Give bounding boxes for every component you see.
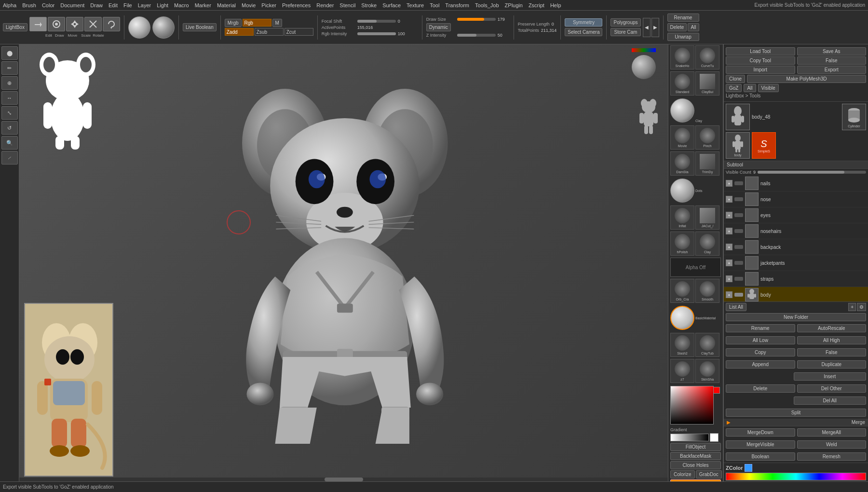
canvas-area[interactable] — [19, 44, 668, 481]
subtool-nails-slider[interactable] — [734, 181, 743, 185]
rotate-button[interactable] — [103, 17, 120, 31]
brush-trimdy[interactable]: TrimDy — [695, 151, 719, 176]
draw-button[interactable] — [48, 17, 65, 31]
subtool-body-toggle[interactable]: ● — [726, 291, 732, 298]
subtool-eyes-slider[interactable] — [734, 213, 743, 217]
left-tool-3[interactable]: ⊕ — [1, 76, 18, 90]
menu-light[interactable]: Light — [157, 2, 168, 8]
z-intensity-slider[interactable] — [457, 34, 496, 37]
subtool-nose-toggle[interactable]: ● — [726, 196, 732, 203]
brush-curvetub[interactable]: CurveTu — [695, 45, 719, 69]
menu-render[interactable]: Render — [316, 2, 334, 8]
colorize-button[interactable]: Colorize — [670, 470, 695, 478]
brush-z7[interactable]: z7 — [670, 359, 694, 383]
append-button[interactable]: Append — [726, 360, 795, 369]
menu-zplugin[interactable]: ZPlugin — [505, 2, 523, 8]
list-all-button[interactable]: List All — [726, 303, 746, 311]
body-icon-thumb[interactable]: body — [726, 132, 750, 159]
menu-alpha[interactable]: Alpha — [3, 2, 16, 8]
subtool-jacketpants-slider[interactable] — [734, 261, 743, 265]
left-tool-2[interactable]: ✏ — [1, 61, 18, 75]
zsub-input[interactable] — [255, 28, 284, 36]
del-all-button[interactable]: Del All — [794, 396, 867, 405]
brush-jacut[interactable]: JACut_/ — [695, 205, 719, 230]
subtool-header[interactable]: Subtool — [724, 161, 868, 169]
menu-stencil[interactable]: Stencil — [339, 2, 355, 8]
rgb-intensity-slider[interactable] — [357, 32, 396, 35]
subtool-nails[interactable]: ● nails — [724, 176, 868, 191]
subtool-nosehairs[interactable]: ● nosehairs — [724, 223, 868, 239]
menu-document[interactable]: Document — [60, 2, 84, 8]
subtool-jacketpants[interactable]: ● jacketpants — [724, 255, 868, 271]
subtool-nails-toggle[interactable]: ● — [726, 180, 732, 187]
load-tool-button[interactable]: Load Tool — [726, 47, 795, 55]
brush-clay2[interactable]: Clay — [695, 232, 719, 256]
subtool-nose-slider[interactable] — [734, 197, 743, 201]
brush-smooth[interactable]: Smooth — [695, 279, 719, 303]
subtool-straps-slider[interactable] — [734, 277, 743, 281]
zadd-input[interactable] — [225, 28, 254, 36]
left-tool-8[interactable]: ⟋ — [1, 151, 18, 164]
simples-icon-thumb[interactable]: S SimpleS — [752, 132, 776, 159]
subtool-nose[interactable]: ● nose — [724, 191, 868, 207]
toolbar-all-button[interactable]: All — [688, 23, 699, 31]
menu-tools-job[interactable]: Tools_Job — [475, 2, 499, 8]
gradient-bar[interactable] — [670, 434, 709, 441]
left-tool-6[interactable]: ↺ — [1, 121, 18, 135]
goz-button[interactable]: GoZ — [726, 84, 742, 92]
subtool-straps-toggle[interactable]: ● — [726, 275, 732, 282]
subtool-nosehairs-toggle[interactable]: ● — [726, 228, 732, 234]
copy-button[interactable]: Copy — [726, 348, 795, 356]
brush-orbcra[interactable]: Orb_Cra — [670, 279, 694, 303]
primitive-thumbnail[interactable]: Cylinder — [842, 104, 866, 130]
subtool-options-button[interactable]: ⚙ — [857, 303, 866, 311]
dots-sphere[interactable] — [670, 178, 694, 203]
subtool-eyes[interactable]: ● eyes — [724, 207, 868, 223]
false-button[interactable]: False — [797, 348, 867, 356]
menu-marker[interactable]: Marker — [195, 2, 211, 8]
split-button[interactable]: Split — [726, 409, 866, 417]
all-high-button[interactable]: All High — [797, 336, 867, 344]
make-polymesh-button[interactable]: Make PolyMesh3D — [747, 75, 866, 83]
subtool-backpack[interactable]: ● backpack — [724, 239, 868, 255]
insert-button[interactable]: Insert — [794, 372, 867, 381]
symmetry-button[interactable]: Symmetry — [565, 18, 602, 27]
copy-false-button[interactable]: False — [797, 56, 867, 65]
import-button[interactable]: Import — [726, 66, 795, 74]
scrollbar-thumb[interactable] — [325, 478, 363, 481]
menu-preferences[interactable]: Preferences — [282, 2, 311, 8]
rename-button[interactable]: Rename — [726, 324, 795, 332]
brush-inflat[interactable]: Inflat — [670, 205, 694, 230]
menu-macro[interactable]: Macro — [174, 2, 189, 8]
remesh-button[interactable]: Remesh — [797, 452, 867, 461]
nav-next-button[interactable]: ▶ — [651, 18, 659, 37]
close-holes-button[interactable]: Close Holes — [670, 461, 721, 469]
brush-hpolish[interactable]: hPolish — [670, 232, 694, 256]
brush-damsta[interactable]: DamSta — [670, 151, 694, 176]
goz-all-button[interactable]: All — [744, 84, 756, 92]
draw-size-slider[interactable] — [457, 18, 496, 21]
menu-brush[interactable]: Brush — [22, 2, 36, 8]
store-cam-button[interactable]: Store Cam — [610, 28, 640, 36]
merge-visible-button[interactable]: MergeVisible — [726, 440, 795, 449]
subtool-eyes-toggle[interactable]: ● — [726, 212, 732, 219]
menu-help[interactable]: Help — [550, 2, 561, 8]
copy-tool-button[interactable]: Copy Tool — [726, 56, 795, 65]
brush-slash2[interactable]: Slash2 — [670, 333, 694, 357]
brush-skinsha[interactable]: SkinSha — [695, 359, 719, 383]
all-low-button[interactable]: All Low — [726, 336, 795, 344]
backface-mask-button[interactable]: BackfaceMask — [670, 452, 721, 460]
menu-edit[interactable]: Edit — [108, 2, 118, 8]
select-camera-button[interactable]: Select Camera — [565, 28, 602, 36]
lightbox-button[interactable]: LightBox — [3, 23, 27, 31]
goz-visible-button[interactable]: Visible — [758, 84, 779, 92]
focal-shift-slider[interactable] — [357, 20, 396, 23]
material-sphere[interactable] — [128, 16, 150, 39]
brush-snakehook[interactable]: SnakeHo — [670, 45, 694, 69]
left-tool-7[interactable]: 🔍 — [1, 136, 18, 150]
edit-button[interactable] — [29, 17, 47, 31]
merge-all-button[interactable]: MergeAll — [797, 428, 867, 437]
menu-layer[interactable]: Layer — [138, 2, 151, 8]
subtool-body-slider[interactable] — [734, 293, 743, 297]
brush-claytub[interactable]: ClayTub — [695, 333, 719, 357]
